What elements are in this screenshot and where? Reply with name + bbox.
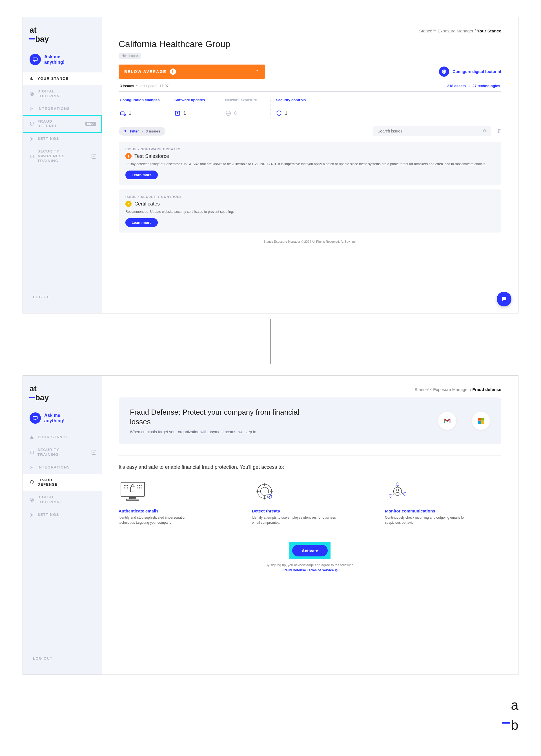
sidebar: at bay Ask meanything! YOUR STANCEDIGITA…	[23, 17, 102, 313]
sort-icon[interactable]: ⇵	[497, 128, 501, 134]
svg-rect-24	[481, 421, 484, 424]
ask-me-anything[interactable]: Ask meanything!	[23, 408, 102, 431]
nav-label: SECURITYTRAINING	[37, 447, 59, 457]
learn-more-button[interactable]: Learn more	[125, 171, 158, 179]
nav-item-fraud-defense[interactable]: FRAUDDEFENSE	[23, 474, 102, 491]
nav-item-digital-footprint[interactable]: DIGITALFOOTPRINT	[23, 491, 102, 508]
svg-point-49	[394, 487, 402, 495]
svg-rect-0	[33, 58, 37, 61]
nav-item-digital-footprint[interactable]: DIGITALFOOTPRINT	[23, 85, 102, 103]
svg-rect-27	[127, 499, 139, 500]
gear-icon	[30, 513, 34, 517]
activate-highlight: Activate	[289, 542, 330, 559]
hero-title: Fraud Defense: Protect your company from…	[130, 407, 304, 427]
nav-item-security-awareness-training[interactable]: SECURITYAWARENESSTRAINING↗	[23, 145, 102, 168]
configure-label: Configure digital footprint	[452, 69, 501, 74]
logout-button[interactable]: LOG OUT	[23, 289, 102, 305]
integrations-icon	[30, 465, 34, 469]
stat-value: 1	[184, 111, 186, 116]
feature-icon	[119, 479, 235, 504]
sidebar: at bay Ask meanything! YOUR STANCESECURI…	[23, 376, 102, 675]
logo-bar	[29, 397, 35, 398]
flow-connector	[270, 319, 271, 364]
stat-icon	[276, 110, 282, 116]
nav-item-fraud-defense[interactable]: FRAUDDEFENSEBETA	[23, 115, 102, 133]
activate-button[interactable]: Activate	[292, 545, 328, 556]
breadcrumb-current: Fraud defense	[472, 387, 501, 392]
nav-label: DIGITALFOOTPRINT	[37, 495, 63, 504]
nav-item-settings[interactable]: SETTINGS	[23, 508, 102, 521]
nav-label: FRAUDDEFENSE	[37, 119, 58, 129]
assets-link[interactable]: 218 assets	[447, 84, 466, 88]
svg-point-16	[30, 498, 34, 501]
feature-detect-threats: !Detect threatsIdentify attempts to use …	[252, 479, 368, 525]
alert-icon: !	[170, 69, 176, 75]
svg-point-53	[389, 494, 392, 497]
search-input[interactable]	[377, 129, 483, 133]
svg-point-37	[141, 485, 142, 486]
stat-icon	[120, 110, 126, 116]
stat-value: 0	[234, 111, 237, 116]
nav-item-integrations[interactable]: INTEGRATIONS	[23, 461, 102, 474]
filter-button[interactable]: Filter • 3 issues	[119, 127, 166, 136]
svg-point-3	[31, 138, 32, 140]
nav-label: DIGITALFOOTPRINT	[37, 89, 63, 99]
nav-item-integrations[interactable]: INTEGRATIONS	[23, 103, 102, 115]
nav-label: FRAUDDEFENSE	[37, 478, 58, 487]
stat-network-exposure[interactable]: Network exposure0	[220, 97, 271, 118]
divider	[119, 455, 501, 456]
ask-label: Ask meanything!	[44, 54, 65, 65]
risk-banner[interactable]: BELOW AVERAGE ! ⌃	[119, 65, 265, 79]
logout-button[interactable]: LOG OUT	[23, 651, 102, 666]
technologies-link[interactable]: 27 technologies	[472, 84, 500, 88]
app-frame-fraud: at bay Ask meanything! YOUR STANCESECURI…	[23, 376, 518, 675]
nav-item-settings[interactable]: SETTINGS	[23, 133, 102, 145]
severity-icon: !	[125, 153, 132, 159]
svg-point-30	[126, 485, 126, 486]
stat-software-updates[interactable]: Software updates1	[169, 97, 220, 118]
svg-point-12	[483, 130, 485, 132]
svg-rect-28	[131, 487, 135, 492]
external-link-icon: ⧉	[335, 568, 337, 572]
configure-footprint-button[interactable]: Configure digital footprint	[439, 67, 501, 77]
nav-item-your-stance[interactable]: YOUR STANCE	[23, 72, 102, 85]
chat-fab[interactable]	[497, 292, 511, 307]
svg-rect-14	[33, 416, 37, 419]
training-icon	[30, 154, 34, 159]
nav-label: YOUR STANCE	[37, 76, 69, 81]
brand-logo: at bay	[23, 384, 102, 408]
feature-desc: Identify attempts to use employee identi…	[252, 515, 336, 525]
stat-configuration-changes[interactable]: Configuration changes1	[119, 97, 169, 118]
svg-point-35	[138, 485, 138, 486]
svg-point-29	[124, 485, 125, 486]
issue-title: Certificates	[134, 201, 160, 207]
svg-text:!: !	[269, 495, 270, 498]
severity-icon: !	[125, 201, 132, 207]
footprint-icon	[30, 497, 34, 502]
stat-row: Configuration changes1Software updates1N…	[119, 97, 501, 118]
svg-point-17	[31, 499, 32, 501]
tos-link[interactable]: Fraud Defense Terms of Service⧉	[119, 568, 501, 572]
svg-point-51	[396, 482, 399, 486]
stat-title: Configuration changes	[120, 98, 164, 107]
external-icon: ↗	[92, 154, 96, 159]
ask-me-anything[interactable]: Ask meanything!	[23, 49, 102, 72]
stat-icon	[225, 110, 231, 116]
main-content: Stance™ Exposure Manager / Your Stance C…	[102, 17, 518, 313]
app-frame-stance: at bay Ask meanything! YOUR STANCEDIGITA…	[23, 17, 518, 314]
nav-item-security-training[interactable]: SECURITYTRAINING↗	[23, 444, 102, 461]
nav-item-your-stance[interactable]: YOUR STANCE	[23, 431, 102, 444]
feature-desc: Identify and stop sophisticated imperson…	[119, 515, 203, 525]
chat-icon	[30, 412, 41, 424]
breadcrumb-root[interactable]: Stance™ Exposure Manager	[419, 28, 473, 33]
external-icon: ↗	[92, 450, 96, 455]
learn-more-button[interactable]: Learn more	[125, 218, 158, 227]
filter-icon	[124, 129, 127, 133]
logo-bar	[29, 38, 35, 39]
breadcrumb-current: Your Stance	[477, 28, 501, 33]
stat-security-controls[interactable]: Security controls1	[271, 97, 321, 118]
gmail-icon	[438, 412, 456, 430]
breadcrumb-root[interactable]: Stance™ Exposure Manager	[414, 387, 469, 392]
nav-label: SECURITYAWARENESSTRAINING	[37, 149, 65, 164]
search-input-wrap[interactable]	[373, 126, 491, 136]
